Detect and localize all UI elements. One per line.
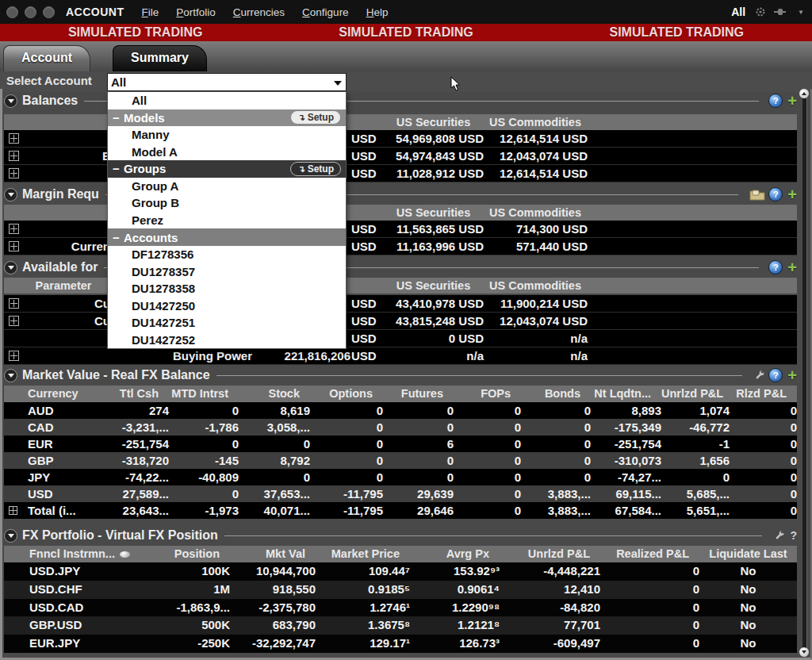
portfolio-margin-folder-icon[interactable] — [749, 189, 765, 201]
help-icon[interactable]: ? — [790, 529, 797, 542]
dropdown-item[interactable]: DU1278357 — [108, 263, 346, 280]
dropdown-item[interactable]: DF1278356 — [108, 246, 346, 263]
dropdown-item[interactable]: DU1427251 — [108, 314, 346, 332]
currency-row[interactable]: EUR-251,754000600-251,754-10 — [4, 436, 797, 452]
currency-row[interactable]: JPY-74,22...-40,80900000-74,27...00 — [4, 469, 797, 485]
currency-row[interactable]: GBP-318,720-1458,7920000-310,0731,6560 — [4, 452, 797, 469]
dropdown-item[interactable]: Group B — [108, 194, 346, 212]
scroll-down-button[interactable] — [799, 647, 809, 657]
collapse-toggle-icon[interactable] — [4, 261, 17, 274]
window-zoom-button[interactable] — [43, 6, 55, 18]
position-row[interactable]: USD.JPY100K10,944,700109.44⁷153.92⁹³-4,4… — [4, 562, 797, 581]
setup-button[interactable]: ↴Setup — [290, 162, 341, 176]
dropdown-group-header[interactable]: −Models↴Setup — [108, 109, 346, 127]
dropdown-item[interactable]: Perez — [108, 212, 346, 229]
column-header-us-commodities[interactable]: US Commodities — [480, 114, 591, 130]
help-icon[interactable]: ? — [768, 368, 783, 382]
column-header[interactable]: Fnncl Instrmn... — [4, 546, 139, 562]
column-header[interactable]: MTD Intrst — [169, 386, 239, 402]
dropdown-item[interactable]: DU1278358 — [108, 280, 346, 297]
expand-icon[interactable] — [9, 224, 19, 234]
add-row-icon[interactable]: + — [787, 261, 797, 274]
column-header[interactable]: Ttl Csh — [75, 386, 169, 402]
add-row-icon[interactable]: + — [787, 369, 797, 382]
dropdown-item[interactable]: DU1427250 — [108, 297, 346, 314]
collapse-toggle-icon[interactable] — [4, 369, 17, 382]
column-header[interactable]: FOPs — [454, 386, 521, 402]
column-header[interactable]: Unrlzd P&L — [500, 546, 600, 562]
window-close-button[interactable] — [6, 6, 18, 18]
currency-row[interactable]: Total (i...23,643...-1,97340,071...-11,7… — [4, 502, 797, 519]
menu-help[interactable]: Help — [366, 6, 389, 18]
column-header-parameter[interactable]: Parameter — [4, 278, 123, 294]
wrench-icon[interactable] — [753, 370, 765, 382]
column-header[interactable]: Currency — [4, 386, 75, 402]
group-collapse-icon[interactable]: − — [113, 231, 124, 244]
group-collapse-icon[interactable]: − — [113, 162, 124, 175]
gear-icon[interactable] — [755, 6, 766, 17]
account-combobox[interactable]: All — [107, 73, 347, 91]
column-filter-dot-icon[interactable] — [120, 551, 130, 558]
column-header[interactable]: Rlzd P&L — [730, 386, 797, 402]
position-row[interactable]: EUR.JPY-250K-32,292,747129.17¹126.73³-60… — [4, 635, 797, 653]
vertical-scrollbar[interactable] — [799, 89, 810, 660]
column-header[interactable]: Mkt Val — [230, 546, 316, 562]
position-row[interactable]: GBP.USD500K683,7901.3675⁸1.2121⁸77,7010N… — [4, 616, 797, 635]
pin-icon[interactable] — [774, 8, 788, 16]
position-row[interactable]: USD.CAD-1,863,9...-2,375,7801.2746¹1.229… — [4, 599, 797, 617]
scrollbar-track[interactable] — [802, 95, 807, 654]
dropdown-item[interactable]: Model A — [108, 144, 346, 161]
dropdown-item[interactable]: DU1427252 — [108, 331, 346, 348]
expand-icon[interactable] — [9, 133, 19, 144]
dropdown-group-header[interactable]: −Accounts — [108, 228, 346, 246]
account-data-row[interactable]: Buying Power221,816,206USDn/an/a — [4, 347, 797, 365]
column-header[interactable]: Liquidate Last — [699, 546, 797, 562]
expand-icon[interactable] — [9, 168, 19, 178]
position-row[interactable]: USD.CHF1M918,5500.9185⁵0.9061⁴12,4100No — [4, 581, 797, 599]
scroll-up-button[interactable] — [799, 89, 809, 98]
help-icon[interactable]: ? — [768, 187, 783, 201]
add-row-icon[interactable]: + — [787, 188, 797, 201]
column-header[interactable]: Options — [310, 386, 383, 402]
dropdown-item[interactable]: Manny — [108, 126, 346, 144]
collapse-toggle-icon[interactable] — [4, 529, 17, 543]
column-header-us-securities[interactable]: US Securities — [383, 205, 484, 221]
dropdown-item[interactable]: Group A — [108, 178, 346, 195]
column-header-us-securities[interactable]: US Securities — [383, 114, 484, 130]
window-minimize-button[interactable] — [25, 6, 36, 18]
tab-account[interactable]: Account — [3, 45, 90, 71]
column-header[interactable]: Realized P&L — [600, 546, 699, 562]
column-header[interactable]: Position — [139, 546, 230, 562]
account-scope-label[interactable]: All — [731, 6, 745, 18]
wrench-icon[interactable] — [773, 530, 785, 542]
dropdown-group-header[interactable]: −Groups↴Setup — [108, 160, 346, 178]
menu-configure[interactable]: Configure — [302, 6, 349, 18]
group-collapse-icon[interactable]: − — [113, 111, 124, 125]
collapse-toggle-icon[interactable] — [4, 188, 17, 201]
tab-summary[interactable]: Summary — [113, 45, 207, 71]
currency-row[interactable]: USD27,589...037,653...-11,79529,63903,88… — [4, 485, 797, 502]
caret-down-icon[interactable] — [334, 81, 342, 86]
help-icon[interactable]: ? — [768, 94, 783, 108]
menu-currencies[interactable]: Currencies — [233, 6, 285, 18]
chevron-down-icon[interactable]: ▼ — [798, 9, 804, 16]
column-header[interactable]: Bonds — [521, 386, 591, 402]
column-header[interactable]: Unrlzd P&L — [661, 386, 730, 402]
column-header[interactable]: Nt Lqdtn... — [591, 386, 661, 402]
collapse-toggle-icon[interactable] — [4, 94, 17, 108]
setup-button[interactable]: ↴Setup — [290, 110, 341, 125]
currency-row[interactable]: AUD27408,61900008,8931,0740 — [4, 402, 797, 419]
column-header[interactable]: Market Price — [316, 546, 410, 562]
column-header[interactable]: Futures — [383, 386, 454, 402]
column-header[interactable]: Stock — [239, 386, 310, 402]
add-row-icon[interactable]: + — [787, 94, 797, 107]
column-header-us-securities[interactable]: US Securities — [383, 278, 484, 294]
dropdown-item[interactable]: All — [108, 92, 346, 109]
menu-portfolio[interactable]: Portfolio — [176, 6, 216, 18]
menu-file[interactable]: File — [142, 6, 159, 18]
column-header-us-commodities[interactable]: US Commodities — [480, 205, 591, 221]
column-header[interactable]: Avrg Px — [410, 546, 500, 562]
currency-row[interactable]: CAD-3,231,...-1,7863,058,...0000-175,349… — [4, 419, 797, 436]
expand-icon[interactable] — [9, 506, 17, 515]
column-header-us-commodities[interactable]: US Commodities — [480, 278, 591, 294]
